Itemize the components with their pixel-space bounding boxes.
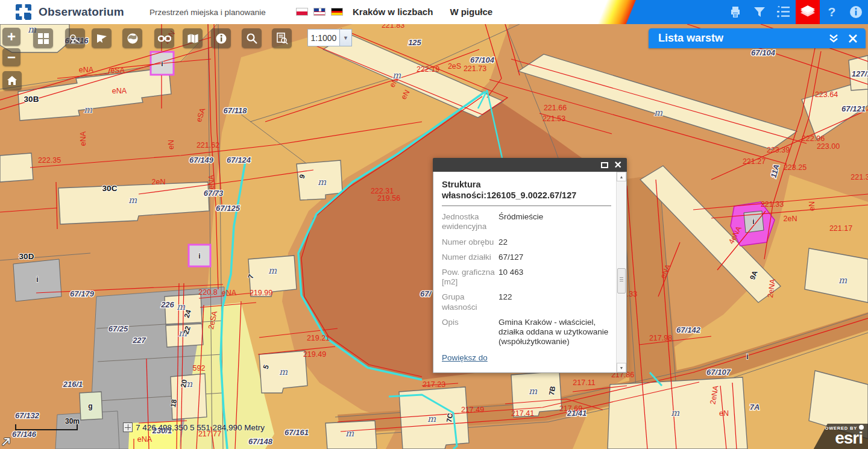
- coordinates-icon[interactable]: [123, 422, 133, 432]
- layers-icon[interactable]: [796, 0, 820, 24]
- map-label: 221.27: [743, 157, 766, 166]
- popup-fields: Jednostka ewidencyjnaŚródmieścieNumer ob…: [442, 212, 611, 347]
- map-label: i: [752, 218, 754, 226]
- filter-icon[interactable]: [747, 0, 772, 24]
- poland-flag-icon[interactable]: [296, 8, 308, 16]
- attribution-expand-button[interactable]: [1, 436, 11, 449]
- map-label: i: [36, 275, 38, 284]
- map-label: 67/125: [216, 204, 241, 213]
- map-label: 221.3: [851, 173, 868, 181]
- zoom-in-button[interactable]: +: [2, 28, 20, 46]
- app-title: Obserwatorium: [39, 5, 124, 19]
- coordinates-value: 7 426 498,350 5 551 284,990 Metry: [136, 423, 265, 432]
- popup-field-row: Jednostka ewidencyjnaŚródmieście: [442, 212, 611, 231]
- print-icon[interactable]: [723, 0, 747, 24]
- map-label: eNA: [79, 131, 87, 146]
- map-label: i: [746, 353, 748, 361]
- scale-value[interactable]: 1:1000: [307, 29, 340, 46]
- help-icon[interactable]: ?: [820, 0, 844, 24]
- esri-logo: esri: [835, 429, 863, 448]
- app-header: Obserwatorium Przestrzeń miejska i plano…: [0, 0, 868, 24]
- popup-scrollbar[interactable]: ▲ ▼: [616, 172, 626, 372]
- map-button[interactable]: [183, 28, 203, 48]
- info-tool-button[interactable]: [211, 28, 231, 48]
- header-nav-secondary[interactable]: Przestrzeń miejska i planowanie: [149, 8, 266, 17]
- map-label: 67/107: [706, 368, 731, 377]
- legend-icon[interactable]: [772, 0, 796, 24]
- zoom-to-link[interactable]: Powiększ do: [442, 353, 488, 362]
- map-label: 2eS: [448, 62, 461, 71]
- map-label: 30B: [24, 95, 39, 104]
- collapse-double-chevron-icon[interactable]: [828, 34, 839, 43]
- map-label: 217.98: [649, 334, 672, 342]
- map-label: m: [838, 275, 848, 286]
- close-icon[interactable]: [849, 34, 857, 43]
- map-label: 223.25: [784, 163, 807, 172]
- map-label: 221.17: [829, 224, 852, 233]
- header-actions: ?: [723, 0, 868, 24]
- search-button[interactable]: [242, 28, 262, 48]
- map-label: 67/124: [227, 155, 251, 165]
- map-label: 219.56: [377, 194, 400, 203]
- coordinates-widget: 7 426 498,350 5 551 284,990 Metry: [123, 422, 265, 432]
- popup-field-label: Numer obrębu: [442, 237, 498, 247]
- map-label: m: [128, 195, 137, 206]
- uk-flag-icon[interactable]: [313, 8, 326, 16]
- popup-field-row: Numer obrębu22: [442, 237, 611, 247]
- scale-selector: 1:1000 ▼: [307, 29, 352, 46]
- scroll-up-icon[interactable]: ▲: [617, 172, 626, 181]
- map-label: 67/104: [470, 55, 495, 64]
- info-icon[interactable]: [844, 0, 868, 24]
- scrollbar-thumb[interactable]: [617, 268, 626, 294]
- link-button[interactable]: [154, 28, 174, 48]
- map-label: 30C: [102, 184, 118, 193]
- popup-field-value: 22: [498, 237, 611, 247]
- popup-field-row: OpisGmina Kraków - właściciel, działka o…: [442, 318, 611, 347]
- map-label: 127/1: [852, 69, 868, 78]
- map-label: 219.99: [250, 289, 272, 297]
- map-label: 222.35: [38, 156, 61, 165]
- scale-dropdown-button[interactable]: ▼: [340, 29, 352, 46]
- gis-application: 67/11667/11812567/10467/104127/167/12167…: [0, 0, 868, 449]
- map-label: 227: [132, 336, 146, 345]
- map-label: 7C: [445, 412, 455, 423]
- basemap-button[interactable]: [33, 28, 53, 48]
- map-label: eNA: [207, 174, 216, 189]
- bookmarks-button[interactable]: [92, 28, 112, 48]
- popup-field-label: Jednostka ewidencyjna: [442, 212, 498, 231]
- map-label: eNA: [222, 289, 237, 297]
- map-label: m: [671, 407, 680, 418]
- map-label: 67/121: [841, 104, 866, 113]
- popup-field-label: Pow. graficzna [m2]: [442, 268, 498, 287]
- globe-button[interactable]: [122, 28, 142, 48]
- map-label: m: [529, 386, 538, 397]
- identify-popup: ✕ Struktura własności:126105_9.0022.67/1…: [433, 158, 627, 373]
- map-label: 7B: [547, 385, 558, 396]
- map-label: 67/148: [248, 437, 273, 446]
- popup-field-label: Opis: [442, 318, 498, 347]
- popup-content: Struktura własności:126105_9.0022.67/127…: [433, 172, 616, 372]
- measure-button[interactable]: [65, 28, 85, 48]
- popup-titlebar[interactable]: ✕: [433, 158, 627, 172]
- home-button[interactable]: [2, 71, 22, 90]
- map-label: m: [318, 177, 327, 187]
- popup-field-label: Numer działki: [442, 253, 498, 262]
- basemap-grid-icon: [38, 33, 49, 44]
- germany-flag-icon[interactable]: [331, 8, 343, 16]
- identify-button[interactable]: [272, 28, 292, 48]
- measure-icon: [69, 33, 81, 44]
- scroll-down-icon[interactable]: ▼: [617, 363, 626, 372]
- popup-field-value: Gmina Kraków - właściciel, działka oddan…: [498, 318, 611, 347]
- map-label: 7A: [750, 403, 760, 412]
- map-label: 217.69: [559, 404, 582, 413]
- maximize-icon[interactable]: [601, 162, 608, 168]
- header-nav-item[interactable]: W pigułce: [450, 7, 492, 17]
- map-label: 221.33: [761, 200, 784, 209]
- globe-icon: [127, 33, 139, 45]
- map-label: m: [345, 428, 354, 439]
- header-nav-item[interactable]: Kraków w liczbach: [353, 7, 433, 17]
- zoom-out-button[interactable]: −: [2, 48, 20, 66]
- map-label: 67/104: [751, 48, 776, 57]
- popup-close-icon[interactable]: ✕: [614, 160, 622, 170]
- map-label: 67/161: [285, 428, 309, 437]
